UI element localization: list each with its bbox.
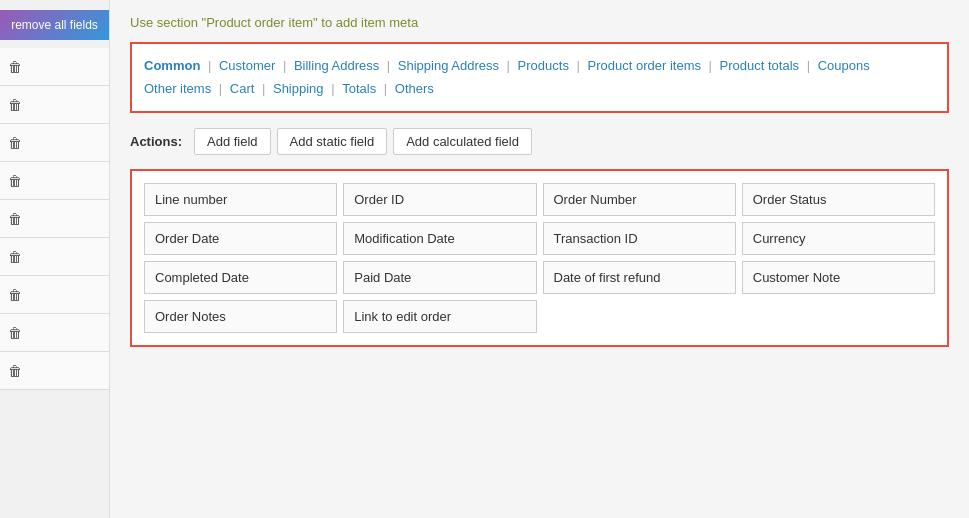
sidebar-row: 🗑 — [0, 162, 109, 200]
tab-cart[interactable]: Cart — [230, 81, 255, 96]
tab-separator: | — [383, 58, 394, 73]
sidebar-row: 🗑 — [0, 276, 109, 314]
sidebar-row: 🗑 — [0, 352, 109, 390]
tab-billing-address[interactable]: Billing Address — [294, 58, 379, 73]
tab-others[interactable]: Others — [395, 81, 434, 96]
field-item-currency[interactable]: Currency — [742, 222, 935, 255]
tab-separator: | — [215, 81, 226, 96]
section-tabs-box: Common | Customer | Billing Address | Sh… — [130, 42, 949, 113]
field-item-order-notes[interactable]: Order Notes — [144, 300, 337, 333]
tab-coupons[interactable]: Coupons — [818, 58, 870, 73]
field-item-paid-date[interactable]: Paid Date — [343, 261, 536, 294]
trash-icon[interactable]: 🗑 — [8, 363, 22, 379]
tab-separator: | — [328, 81, 339, 96]
actions-row: Actions: Add fieldAdd static fieldAdd ca… — [130, 128, 949, 155]
trash-icon[interactable]: 🗑 — [8, 173, 22, 189]
tab-product-totals[interactable]: Product totals — [720, 58, 800, 73]
field-item-transaction-id[interactable]: Transaction ID — [543, 222, 736, 255]
trash-icon[interactable]: 🗑 — [8, 211, 22, 227]
sidebar-scroll: 🗑🗑🗑🗑🗑🗑🗑🗑🗑 — [0, 48, 109, 518]
sidebar-row: 🗑 — [0, 124, 109, 162]
tab-shipping[interactable]: Shipping — [273, 81, 324, 96]
trash-icon[interactable]: 🗑 — [8, 97, 22, 113]
tab-separator: | — [204, 58, 215, 73]
trash-icon[interactable]: 🗑 — [8, 287, 22, 303]
trash-icon[interactable]: 🗑 — [8, 59, 22, 75]
tab-shipping-address[interactable]: Shipping Address — [398, 58, 499, 73]
fields-box: Line numberOrder IDOrder NumberOrder Sta… — [130, 169, 949, 347]
sidebar-row: 🗑 — [0, 314, 109, 352]
tab-common[interactable]: Common — [144, 58, 200, 73]
sidebar-row: 🗑 — [0, 200, 109, 238]
field-item-order-id[interactable]: Order ID — [343, 183, 536, 216]
tab-separator: | — [258, 81, 269, 96]
sidebar: remove all fields 🗑🗑🗑🗑🗑🗑🗑🗑🗑 — [0, 0, 110, 518]
main-content: Use section "Product order item" to add … — [110, 0, 969, 518]
tab-separator: | — [279, 58, 290, 73]
trash-icon[interactable]: 🗑 — [8, 249, 22, 265]
trash-icon[interactable]: 🗑 — [8, 325, 22, 341]
field-item-order-number[interactable]: Order Number — [543, 183, 736, 216]
add-calculated-field-button[interactable]: Add calculated field — [393, 128, 532, 155]
tab-separator: | — [573, 58, 584, 73]
field-item-order-date[interactable]: Order Date — [144, 222, 337, 255]
field-item-modification-date[interactable]: Modification Date — [343, 222, 536, 255]
tab-other-items[interactable]: Other items — [144, 81, 211, 96]
field-item-completed-date[interactable]: Completed Date — [144, 261, 337, 294]
info-text: Use section "Product order item" to add … — [130, 15, 949, 30]
sidebar-row: 🗑 — [0, 86, 109, 124]
tab-product-order-items[interactable]: Product order items — [588, 58, 701, 73]
field-item-customer-note[interactable]: Customer Note — [742, 261, 935, 294]
field-item-order-status[interactable]: Order Status — [742, 183, 935, 216]
tab-separator: | — [503, 58, 514, 73]
field-item-line-number[interactable]: Line number — [144, 183, 337, 216]
field-item-date-of-first-refund[interactable]: Date of first refund — [543, 261, 736, 294]
tab-separator: | — [380, 81, 391, 96]
tab-products[interactable]: Products — [518, 58, 569, 73]
sidebar-row: 🗑 — [0, 238, 109, 276]
tab-totals[interactable]: Totals — [342, 81, 376, 96]
tab-separator: | — [803, 58, 814, 73]
add-static-field-button[interactable]: Add static field — [277, 128, 388, 155]
tab-customer[interactable]: Customer — [219, 58, 275, 73]
trash-icon[interactable]: 🗑 — [8, 135, 22, 151]
field-item-link-to-edit-order[interactable]: Link to edit order — [343, 300, 536, 333]
actions-label: Actions: — [130, 134, 182, 149]
remove-all-button[interactable]: remove all fields — [0, 10, 109, 40]
add-field-button[interactable]: Add field — [194, 128, 271, 155]
tab-separator: | — [705, 58, 716, 73]
sidebar-row: 🗑 — [0, 48, 109, 86]
